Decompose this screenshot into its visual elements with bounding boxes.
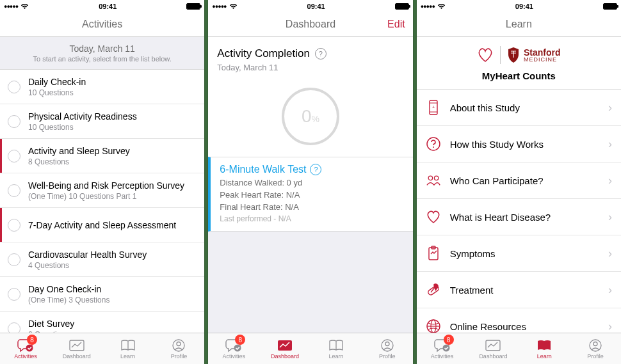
walk-distance: Distance Walked: 0 yd	[220, 178, 403, 187]
help-icon[interactable]: ?	[310, 164, 321, 175]
tab-dashboard[interactable]: Dashboard	[51, 333, 102, 364]
activity-row[interactable]: Well-Being and Risk Perception Survey(On…	[0, 173, 204, 208]
clipboard-icon	[426, 246, 441, 261]
book-icon	[120, 338, 136, 352]
activity-title: 7-Day Activity and Sleep Assessment	[28, 220, 197, 230]
tab-label: Dashboard	[479, 353, 507, 360]
completion-header: Activity Completion ? Today, March 11	[208, 37, 412, 79]
activity-row[interactable]: Diet Survey6 Questions	[0, 312, 204, 333]
nav-title: Activities	[82, 19, 122, 30]
logo-divider	[500, 46, 501, 64]
svg-text:+: +	[431, 104, 435, 110]
tab-profile[interactable]: Profile	[362, 333, 413, 364]
progress-value: 0	[302, 106, 312, 126]
learn-label: Symptoms	[450, 248, 608, 259]
activities-list: Daily Check-in10 QuestionsPhysical Activ…	[0, 70, 204, 333]
chevron-right-icon: ›	[608, 210, 612, 224]
learn-label: How this Study Works	[450, 139, 608, 150]
tab-activities[interactable]: 8 Activities	[417, 333, 468, 364]
tab-bar: 8 Activities Dashboard Learn Profile	[417, 333, 621, 364]
svg-rect-16	[429, 248, 438, 260]
activity-title: Day One Check-in	[28, 284, 197, 294]
book-icon	[328, 338, 344, 352]
svg-point-0	[26, 344, 33, 351]
tab-bar: 8 Activities Dashboard Learn Profile	[0, 333, 204, 364]
chevron-right-icon: ›	[608, 138, 612, 151]
people-icon	[426, 173, 441, 188]
radio-icon	[8, 322, 20, 333]
completion-title: Activity Completion	[217, 47, 310, 60]
signal-dots-icon: ●●●●●	[421, 3, 435, 10]
tab-label: Profile	[171, 353, 188, 360]
tab-learn[interactable]: Learn	[310, 333, 362, 364]
tab-dashboard[interactable]: Dashboard	[467, 333, 519, 364]
svg-point-3	[177, 342, 181, 345]
progress-percent: %	[312, 114, 319, 124]
radio-icon	[8, 253, 20, 266]
radio-icon	[8, 115, 20, 128]
learn-row[interactable]: How this Study Works›	[417, 126, 621, 162]
chevron-right-icon: ›	[608, 247, 612, 260]
status-time: 09:41	[307, 3, 325, 10]
phone-dashboard: ●●●●● 09:41 Dashboard Edit Activity Comp…	[208, 0, 412, 364]
activity-row[interactable]: Cardiovascular Health Survey4 Questions	[0, 242, 204, 277]
stanford-seal-icon	[507, 47, 520, 63]
activity-row[interactable]: Day One Check-in(One Time) 3 Questions	[0, 277, 204, 312]
chevron-right-icon: ›	[608, 101, 612, 115]
tab-label: Dashboard	[271, 353, 299, 360]
battery-icon	[395, 3, 409, 10]
learn-row[interactable]: +About this Study›	[417, 90, 621, 126]
learn-list: +About this Study›How this Study Works›W…	[417, 89, 621, 333]
tab-activities[interactable]: 8 Activities	[208, 333, 259, 364]
edit-button[interactable]: Edit	[387, 19, 405, 30]
radio-icon	[8, 184, 20, 197]
tab-dashboard[interactable]: Dashboard	[259, 333, 310, 364]
chart-icon	[277, 338, 293, 352]
book-icon	[536, 338, 552, 352]
status-bar: ●●●●● 09:41	[417, 0, 621, 12]
radio-icon	[8, 219, 20, 232]
learn-row[interactable]: What is Heart Disease?›	[417, 199, 621, 235]
activities-today-header: Today, March 11 To start an activity, se…	[0, 37, 204, 70]
activities-badge: 8	[235, 335, 245, 345]
learn-row[interactable]: Symptoms›	[417, 235, 621, 272]
wifi-icon	[437, 3, 446, 10]
tab-profile[interactable]: Profile	[570, 333, 621, 364]
activity-row[interactable]: 7-Day Activity and Sleep Assessment	[0, 208, 204, 242]
activity-sub: 10 Questions	[28, 88, 197, 97]
tab-learn[interactable]: Learn	[519, 333, 570, 364]
svg-point-13	[433, 146, 434, 148]
learn-row[interactable]: Treatment›	[417, 272, 621, 308]
tab-profile[interactable]: Profile	[153, 333, 204, 364]
activity-row[interactable]: Activity and Sleep Survey8 Questions	[0, 139, 204, 173]
activity-sub: 4 Questions	[28, 261, 197, 270]
dashboard-empty-area	[208, 232, 412, 333]
globe-icon	[426, 319, 441, 333]
profile-icon	[587, 338, 604, 352]
activity-title: Well-Being and Risk Perception Survey	[28, 180, 197, 191]
app-name: MyHeart Counts	[417, 70, 621, 81]
tab-activities[interactable]: 8 Activities	[0, 333, 51, 364]
learn-row[interactable]: Online Resources›	[417, 308, 621, 333]
svg-point-14	[428, 176, 432, 180]
activity-title: Activity and Sleep Survey	[28, 146, 197, 156]
learn-row[interactable]: Who Can Participate?›	[417, 162, 621, 199]
walk-test-card[interactable]: 6-Minute Walk Test ? Distance Walked: 0 …	[208, 157, 412, 232]
tab-label: Dashboard	[63, 353, 91, 360]
tab-learn[interactable]: Learn	[102, 333, 154, 364]
chevron-right-icon: ›	[608, 174, 612, 187]
pill-icon	[426, 282, 441, 297]
activity-title: Daily Check-in	[28, 77, 197, 87]
phone-icon: +	[426, 100, 441, 115]
learn-label: What is Heart Disease?	[450, 212, 608, 223]
activity-row[interactable]: Physical Activity Readiness10 Questions	[0, 104, 204, 139]
profile-icon	[170, 338, 187, 352]
chart-icon	[69, 338, 85, 352]
activity-row[interactable]: Daily Check-in10 Questions	[0, 70, 204, 104]
tab-label: Activities	[431, 353, 454, 360]
phone-activities: ●●●●● 09:41 Activities Today, March 11 T…	[0, 0, 204, 364]
today-sub: To start an activity, select from the li…	[8, 55, 197, 63]
help-icon[interactable]: ?	[315, 48, 327, 59]
walk-last-performed: Last performed - N/A	[220, 214, 403, 223]
activities-content: Today, March 11 To start an activity, se…	[0, 37, 204, 333]
